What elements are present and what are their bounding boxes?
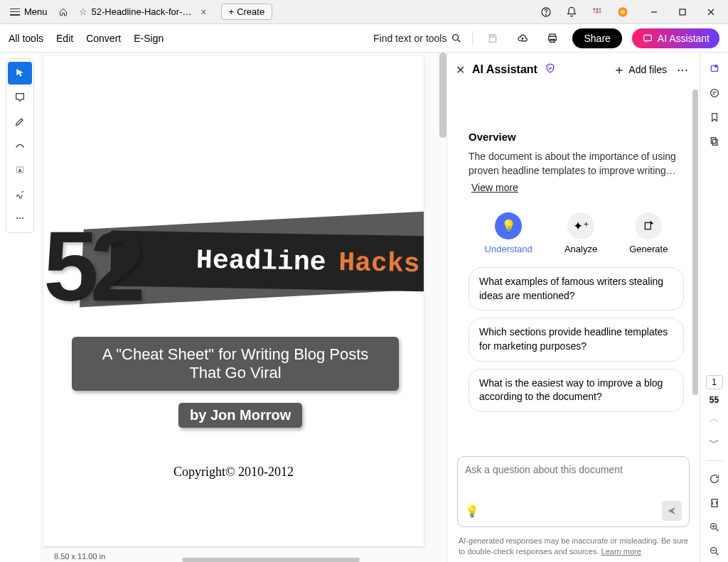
- close-button[interactable]: [698, 2, 724, 22]
- create-label: Create: [237, 6, 264, 17]
- svg-line-37: [716, 553, 718, 555]
- search-icon: [451, 33, 462, 44]
- print-icon[interactable]: [542, 28, 562, 48]
- star-icon: ☆: [79, 6, 87, 17]
- home-button[interactable]: [53, 2, 73, 22]
- more-tools[interactable]: [8, 207, 32, 229]
- tab-close-button[interactable]: ×: [198, 6, 209, 18]
- comment-tool[interactable]: [8, 86, 32, 109]
- ai-close-button[interactable]: ✕: [456, 63, 465, 77]
- page-fit-icon[interactable]: [704, 492, 725, 514]
- svg-rect-16: [491, 34, 495, 36]
- right-tool-rail: 1 55 ︿ ﹀: [700, 53, 728, 562]
- ai-question-input[interactable]: [465, 464, 682, 501]
- hacks-word: Hacks: [338, 247, 420, 279]
- svg-point-28: [710, 90, 718, 97]
- main-area: A Headline Hacks 52 A "Cheat Sheet" for …: [0, 53, 728, 562]
- svg-rect-5: [594, 11, 596, 13]
- ai-scrollbar[interactable]: [692, 90, 698, 395]
- ai-more-button[interactable]: ⋯: [674, 63, 691, 77]
- svg-line-15: [458, 40, 460, 42]
- doc-v-scrollbar[interactable]: [439, 53, 446, 551]
- svg-rect-11: [680, 9, 685, 15]
- title-bar: Menu ☆ 52-Headline-Hack-for-T… × + Creat…: [0, 0, 728, 24]
- separator: [706, 460, 723, 461]
- ai-button-label: AI Assistant: [658, 33, 710, 44]
- save-icon[interactable]: [483, 28, 503, 48]
- notification-icon[interactable]: [562, 2, 582, 22]
- page-up-button[interactable]: ︿: [704, 408, 725, 429]
- send-button[interactable]: [662, 501, 682, 521]
- highlight-tool[interactable]: [8, 110, 32, 133]
- current-page-input[interactable]: 1: [706, 375, 723, 389]
- zoom-in-icon[interactable]: [704, 517, 725, 538]
- cloud-upload-icon[interactable]: [513, 28, 532, 48]
- ai-input-container: 💡: [457, 456, 690, 527]
- select-tool[interactable]: [8, 62, 32, 85]
- ai-disclaimer: AI-generated responses may be inaccurate…: [447, 533, 700, 562]
- ai-panel-body: Overview The document is about the impor…: [447, 84, 700, 456]
- zoom-out-icon[interactable]: [704, 541, 725, 562]
- create-button[interactable]: + Create: [221, 4, 273, 20]
- edit-menu[interactable]: Edit: [56, 33, 73, 44]
- author-box: by Jon Morrow: [178, 403, 302, 428]
- ai-assistant-button[interactable]: AI Assistant: [632, 28, 719, 48]
- document-tab[interactable]: ☆ 52-Headline-Hack-for-T… ×: [73, 4, 215, 21]
- bookmark-icon[interactable]: [704, 107, 725, 128]
- learn-more-link[interactable]: Learn more: [601, 547, 641, 556]
- suggestion-1[interactable]: What examples of famous writers stealing…: [469, 267, 684, 310]
- profile-icon[interactable]: [613, 2, 633, 22]
- svg-point-14: [453, 34, 459, 40]
- suggestion-2[interactable]: Which sections provide headline template…: [469, 318, 684, 361]
- ai-sparkle-icon[interactable]: [704, 58, 725, 80]
- esign-menu[interactable]: E-Sign: [134, 33, 164, 44]
- add-files-button[interactable]: ＋ Add files: [613, 61, 667, 78]
- copy-icon[interactable]: [704, 131, 725, 152]
- doc-h-scrollbar[interactable]: [182, 558, 360, 562]
- minimize-button[interactable]: [641, 2, 667, 22]
- help-icon[interactable]: [536, 2, 556, 22]
- view-more-link[interactable]: View more: [471, 182, 518, 193]
- share-button[interactable]: Share: [572, 28, 621, 48]
- svg-rect-2: [594, 8, 596, 10]
- analyze-action[interactable]: ✦⁺ Analyze: [564, 212, 597, 254]
- tab-label: 52-Headline-Hack-for-T…: [92, 6, 194, 17]
- svg-rect-7: [599, 11, 601, 13]
- shield-icon: [545, 63, 556, 77]
- menu-button[interactable]: Menu: [4, 4, 53, 20]
- svg-text:A: A: [18, 168, 21, 173]
- maximize-button[interactable]: [670, 2, 695, 22]
- page-down-button[interactable]: ﹀: [704, 432, 725, 453]
- sign-tool[interactable]: [8, 183, 32, 205]
- plus-icon: +: [229, 6, 235, 17]
- generate-action[interactable]: Generate: [629, 212, 668, 254]
- title-number: 52: [43, 209, 137, 324]
- lightbulb-icon: 💡: [495, 212, 522, 239]
- text-box-tool[interactable]: A: [8, 158, 32, 181]
- svg-point-25: [22, 217, 23, 219]
- all-tools-menu[interactable]: All tools: [9, 33, 43, 44]
- svg-rect-4: [599, 8, 601, 10]
- convert-menu[interactable]: Convert: [86, 33, 121, 44]
- svg-rect-26: [646, 223, 651, 229]
- understand-action[interactable]: 💡 Understand: [485, 212, 532, 254]
- svg-point-24: [19, 217, 21, 219]
- svg-point-9: [621, 9, 626, 14]
- overview-heading: Overview: [469, 131, 684, 143]
- analyze-label: Analyze: [564, 244, 597, 254]
- left-tool-rail: A: [0, 53, 40, 562]
- draw-tool[interactable]: [8, 134, 32, 157]
- rotate-icon[interactable]: [704, 468, 725, 490]
- separator: [472, 31, 473, 45]
- find-button[interactable]: Find text or tools: [373, 33, 463, 44]
- ai-assistant-panel: ✕ AI Assistant ＋ Add files ⋯ Overview Th…: [446, 53, 700, 562]
- document-scroll[interactable]: Headline Hacks 52 A "Cheat Sheet" for Wr…: [40, 53, 446, 551]
- document-view: Headline Hacks 52 A "Cheat Sheet" for Wr…: [40, 53, 446, 562]
- summary-icon[interactable]: [704, 82, 725, 104]
- menu-label: Menu: [24, 6, 48, 17]
- find-label: Find text or tools: [373, 33, 447, 44]
- subtitle-box: A "Cheat Sheet" for Writing Blog Posts T…: [72, 337, 399, 391]
- apps-icon[interactable]: [587, 2, 607, 22]
- suggestion-3[interactable]: What is the easiest way to improve a blo…: [469, 369, 684, 412]
- prompt-hint-icon[interactable]: 💡: [465, 504, 479, 518]
